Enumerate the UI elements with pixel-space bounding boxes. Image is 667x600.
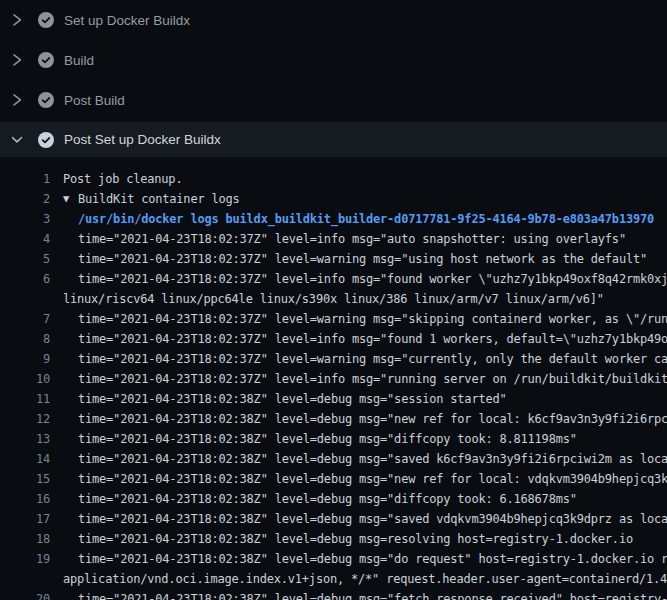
log-line-text: time="2021-04-23T18:02:38Z" level=debug … (50, 429, 577, 449)
log-line-number[interactable]: 2 (0, 189, 50, 209)
log-line-number[interactable]: 13 (0, 429, 50, 449)
step-label: Build (64, 53, 94, 68)
log-line-number[interactable]: 15 (0, 469, 50, 489)
group-expanded-triangle-icon: ▼ (63, 188, 78, 208)
log-line-text: time="2021-04-23T18:02:37Z" level=info m… (50, 229, 626, 249)
step-label: Set up Docker Buildx (64, 13, 190, 28)
chevron-right-icon (12, 12, 28, 28)
log-line-text: application/vnd.oci.image.index.v1+json,… (50, 569, 667, 589)
log-line-number[interactable]: 10 (0, 369, 50, 389)
step-header-post-setup-docker-buildx[interactable]: Post Set up Docker Buildx (0, 122, 667, 157)
log-line: 4time="2021-04-23T18:02:37Z" level=info … (0, 229, 667, 249)
log-line-number[interactable]: 4 (0, 229, 50, 249)
log-line-text: time="2021-04-23T18:02:38Z" level=debug … (50, 529, 633, 549)
log-command-text: /usr/bin/docker logs buildx_buildkit_bui… (50, 209, 654, 229)
log-line-number[interactable]: 6 (0, 269, 50, 289)
log-line: 1Post job cleanup. (0, 169, 667, 189)
log-line: 13time="2021-04-23T18:02:38Z" level=debu… (0, 429, 667, 449)
log-line: 3/usr/bin/docker logs buildx_buildkit_bu… (0, 209, 667, 229)
step-label: Post Build (64, 93, 125, 108)
log-line-number[interactable]: 3 (0, 209, 50, 229)
log-line-number[interactable]: 12 (0, 409, 50, 429)
log-line-text: time="2021-04-23T18:02:38Z" level=debug … (50, 469, 667, 489)
check-circle-icon (38, 12, 54, 28)
log-line-number (0, 289, 50, 309)
log-line: 6time="2021-04-23T18:02:37Z" level=info … (0, 269, 667, 289)
log-line-number[interactable]: 17 (0, 509, 50, 529)
log-line: 14time="2021-04-23T18:02:38Z" level=debu… (0, 449, 667, 469)
log-line: 12time="2021-04-23T18:02:38Z" level=debu… (0, 409, 667, 429)
log-line-text: time="2021-04-23T18:02:38Z" level=debug … (50, 549, 667, 569)
log-line: application/vnd.oci.image.index.v1+json,… (0, 569, 667, 589)
log-line-text: time="2021-04-23T18:02:37Z" level=warnin… (50, 309, 667, 329)
log-line: 16time="2021-04-23T18:02:38Z" level=debu… (0, 489, 667, 509)
log-line-text: time="2021-04-23T18:02:38Z" level=debug … (50, 509, 667, 529)
log-line: 20time="2021-04-23T18:02:38Z" level=debu… (0, 589, 667, 600)
log-line-number[interactable]: 18 (0, 529, 50, 549)
log-line: 9time="2021-04-23T18:02:37Z" level=warni… (0, 349, 667, 369)
log-line-text: time="2021-04-23T18:02:38Z" level=debug … (50, 389, 507, 409)
check-circle-icon (38, 132, 54, 148)
log-line-number[interactable]: 14 (0, 449, 50, 469)
step-header-post-build[interactable]: Post Build (0, 80, 667, 120)
log-line: 7time="2021-04-23T18:02:37Z" level=warni… (0, 309, 667, 329)
log-line-text: time="2021-04-23T18:02:37Z" level=info m… (50, 329, 667, 349)
log-output: 1Post job cleanup.2▼BuildKit container l… (0, 169, 667, 600)
steps-list: Set up Docker Buildx Build Post Build Po… (0, 0, 667, 157)
log-line-text: time="2021-04-23T18:02:38Z" level=debug … (50, 489, 577, 509)
log-line-text: time="2021-04-23T18:02:37Z" level=info m… (50, 269, 667, 289)
log-line-number[interactable]: 7 (0, 309, 50, 329)
log-line-number[interactable]: 9 (0, 349, 50, 369)
log-line-number[interactable]: 16 (0, 489, 50, 509)
chevron-right-icon (12, 52, 28, 68)
log-line: 5time="2021-04-23T18:02:37Z" level=warni… (0, 249, 667, 269)
log-line-text: time="2021-04-23T18:02:37Z" level=info m… (50, 369, 667, 389)
log-line-text: time="2021-04-23T18:02:38Z" level=debug … (50, 449, 667, 469)
log-line: 19time="2021-04-23T18:02:38Z" level=debu… (0, 549, 667, 569)
log-line: 15time="2021-04-23T18:02:38Z" level=debu… (0, 469, 667, 489)
log-line-number[interactable]: 20 (0, 589, 50, 600)
log-line-number (0, 569, 50, 589)
log-line-number[interactable]: 1 (0, 169, 50, 189)
log-line-number[interactable]: 8 (0, 329, 50, 349)
log-line: 11time="2021-04-23T18:02:38Z" level=debu… (0, 389, 667, 409)
log-line-number[interactable]: 11 (0, 389, 50, 409)
check-circle-icon (38, 92, 54, 108)
log-line-text: time="2021-04-23T18:02:38Z" level=debug … (50, 409, 667, 429)
log-line: 8time="2021-04-23T18:02:37Z" level=info … (0, 329, 667, 349)
log-line: 2▼BuildKit container logs (0, 189, 667, 209)
log-line: 17time="2021-04-23T18:02:38Z" level=debu… (0, 509, 667, 529)
step-header-setup-docker-buildx[interactable]: Set up Docker Buildx (0, 0, 667, 40)
chevron-down-icon (12, 132, 28, 148)
log-line: linux/riscv64 linux/ppc64le linux/s390x … (0, 289, 667, 309)
log-line-text: time="2021-04-23T18:02:38Z" level=debug … (50, 589, 667, 600)
step-header-build[interactable]: Build (0, 40, 667, 80)
log-line: 18time="2021-04-23T18:02:38Z" level=debu… (0, 529, 667, 549)
check-circle-icon (38, 52, 54, 68)
log-line-text: Post job cleanup. (50, 169, 182, 189)
log-line-number[interactable]: 5 (0, 249, 50, 269)
log-line-text: time="2021-04-23T18:02:37Z" level=warnin… (50, 249, 647, 269)
log-line-number[interactable]: 19 (0, 549, 50, 569)
log-line-text: linux/riscv64 linux/ppc64le linux/s390x … (50, 289, 604, 309)
log-group-label: BuildKit container logs (78, 192, 240, 206)
log-line: 10time="2021-04-23T18:02:37Z" level=info… (0, 369, 667, 389)
log-line-text: time="2021-04-23T18:02:37Z" level=warnin… (50, 349, 667, 369)
log-group-toggle[interactable]: ▼BuildKit container logs (50, 189, 240, 209)
chevron-right-icon (12, 92, 28, 108)
step-label: Post Set up Docker Buildx (64, 132, 221, 147)
